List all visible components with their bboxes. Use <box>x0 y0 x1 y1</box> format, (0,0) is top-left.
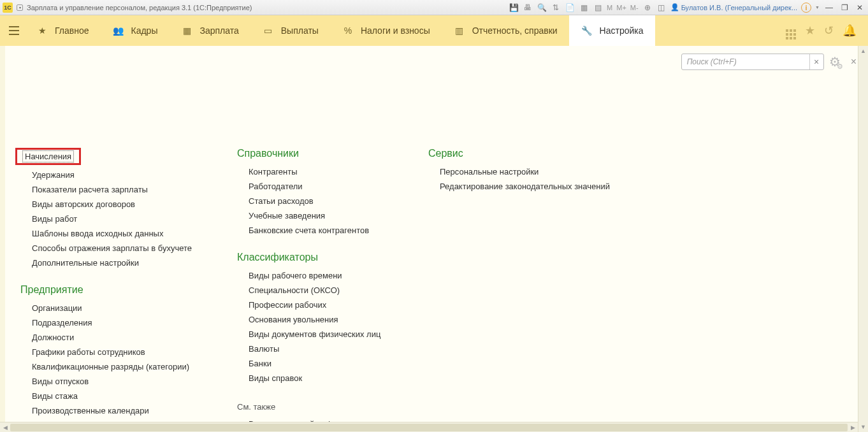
nav-link[interactable]: Графики работы сотрудников <box>32 347 145 357</box>
burger-menu-icon[interactable] <box>4 15 24 46</box>
titlebar-right: 💾 🖶 🔍 ⇅ 📄 ▦ ▤ M M+ M- ⊕ ◫ 👤 Булатов И.В.… <box>509 2 865 13</box>
nav-link[interactable]: Виды авторских договоров <box>32 199 135 209</box>
scroll-thumb-h[interactable] <box>10 424 848 431</box>
nav-link[interactable]: Удержания <box>32 170 75 180</box>
group-title-servis: Сервис <box>421 148 625 159</box>
search-input[interactable] <box>682 57 809 66</box>
menu-nastroika[interactable]: 🔧 Настройка <box>569 15 655 46</box>
scroll-left-button[interactable]: ◀ <box>0 422 10 432</box>
scroll-up-button[interactable]: ▲ <box>858 46 868 56</box>
search-clear-button[interactable]: × <box>809 54 823 69</box>
nav-link[interactable]: Дополнительные настройки <box>32 258 139 268</box>
menu-vyplaty[interactable]: ▭ Выплаты <box>250 15 330 46</box>
nav-link[interactable]: Должности <box>32 333 74 342</box>
close-panel-button[interactable]: × <box>851 56 857 68</box>
nav-link[interactable]: Учебные заведения <box>249 211 325 220</box>
menu-main[interactable]: ★ Главное <box>24 15 101 46</box>
minimize-button[interactable]: — <box>823 2 835 13</box>
group-title-predpriyatie: Предприятие <box>13 284 204 296</box>
nav-link[interactable]: Виды рабочего времени <box>249 271 342 280</box>
user-menu[interactable]: 👤 Булатов И.В. (Генеральный дирек... <box>670 3 797 11</box>
titlebar: 1C ▾ Зарплата и управление персоналом, р… <box>0 0 868 15</box>
menu-kadry[interactable]: 👥 Кадры <box>101 15 170 46</box>
gear-small-icon: ⚙ <box>837 62 843 71</box>
link-list-klassifikatory: Виды рабочего времениСпециальности (ОКСО… <box>229 271 395 383</box>
scroll-down-button[interactable]: ▼ <box>858 422 868 432</box>
zoom-icon[interactable]: ⊕ <box>642 3 653 13</box>
nav-link[interactable]: Виды справок <box>249 373 302 383</box>
panel-icon[interactable]: ◫ <box>656 3 667 13</box>
nav-link[interactable]: Способы отражения зарплаты в бухучете <box>32 243 192 253</box>
nav-link[interactable]: Основания увольнения <box>249 315 338 324</box>
nav-link[interactable]: Шаблоны ввода исходных данных <box>32 229 163 238</box>
nav-link[interactable]: Валюты <box>249 344 279 354</box>
memory-mplus[interactable]: M+ <box>616 4 626 11</box>
compare-icon[interactable]: ⇅ <box>551 3 561 13</box>
close-button[interactable]: ✕ <box>854 2 865 13</box>
print-icon[interactable]: 🖶 <box>523 3 533 13</box>
list-item: Должности <box>32 333 204 342</box>
nav-link[interactable]: Подразделения <box>32 318 92 328</box>
list-item: Производственные календари <box>32 406 204 415</box>
nav-link[interactable]: Квалификационные разряды (категории) <box>32 362 189 371</box>
nav-link[interactable]: Банковские счета контрагентов <box>249 226 369 235</box>
nav-link[interactable]: Банки <box>249 359 271 368</box>
menu-otchetnost[interactable]: ▥ Отчетность, справки <box>442 15 569 46</box>
nav-link[interactable]: Редактирование законодательных значений <box>440 182 610 191</box>
link-list-main: УдержанияПоказатели расчета зарплатыВиды… <box>13 170 204 268</box>
nav-link[interactable]: Показатели расчета зарплаты <box>32 185 148 194</box>
apps-grid-icon[interactable] <box>786 22 796 40</box>
link-nachisleniya[interactable]: Начисления <box>25 152 71 161</box>
bell-icon[interactable]: 🔔 <box>843 24 857 38</box>
calendar-icon[interactable]: ▦ <box>579 3 589 13</box>
list-item: Валюты <box>249 344 395 354</box>
info-icon[interactable]: i <box>801 3 811 13</box>
preview-icon[interactable]: 🔍 <box>537 3 547 13</box>
settings-columns: Начисления УдержанияПоказатели расчета з… <box>13 84 855 432</box>
search-box: × <box>681 54 824 70</box>
content-toolbar: × ⚙⚙ × <box>681 54 857 70</box>
favorite-star-icon[interactable]: ★ <box>805 24 815 38</box>
see-also-label: См. также <box>229 402 395 412</box>
menu-label: Налоги и взносы <box>361 25 430 36</box>
nav-link[interactable]: Контрагенты <box>249 167 298 176</box>
nav-link[interactable]: Виды работ <box>32 214 77 224</box>
nav-link[interactable]: Виды стажа <box>32 391 78 401</box>
titlebar-left: 1C ▾ Зарплата и управление персоналом, р… <box>3 3 509 13</box>
list-item: Банки <box>249 359 395 368</box>
list-item: Статьи расходов <box>249 196 395 206</box>
nav-link[interactable]: Виды документов физических лиц <box>249 329 380 339</box>
left-rail <box>0 46 5 422</box>
memory-mminus[interactable]: M- <box>630 4 639 11</box>
info-dropdown-icon[interactable]: ▼ <box>815 5 820 10</box>
history-icon[interactable]: ↺ <box>824 24 834 38</box>
restore-button[interactable]: ❐ <box>839 2 850 13</box>
highlighted-link-nachisleniya: Начисления <box>15 148 81 165</box>
nav-link[interactable]: Производственные календари <box>32 406 149 415</box>
nav-link[interactable]: Виды отпусков <box>32 377 89 386</box>
memory-m[interactable]: M <box>607 4 612 11</box>
menu-nalogi[interactable]: % Налоги и взносы <box>330 15 442 46</box>
nav-link[interactable]: Специальности (ОКСО) <box>249 285 340 295</box>
nav-link[interactable]: Организации <box>32 303 82 313</box>
wallet-icon: ▭ <box>262 24 275 37</box>
scroll-right-button[interactable]: ▶ <box>848 422 858 432</box>
percent-icon: % <box>342 24 354 37</box>
nav-link[interactable]: Профессии рабочих <box>249 300 326 310</box>
copy-icon[interactable]: 📄 <box>565 3 575 13</box>
save-icon[interactable]: 💾 <box>509 3 519 13</box>
scroll-track-h[interactable] <box>10 424 848 431</box>
nav-link[interactable]: Персональные настройки <box>440 167 539 176</box>
list-item: Шаблоны ввода исходных данных <box>32 229 204 238</box>
calculator-icon[interactable]: ▤ <box>593 3 603 13</box>
nav-link[interactable]: Работодатели <box>249 182 303 191</box>
link-list-servis: Персональные настройкиРедактирование зак… <box>421 167 625 191</box>
menu-right-tools: ★ ↺ 🔔 <box>786 15 868 46</box>
list-item: Основания увольнения <box>249 315 395 324</box>
settings-gear-icon[interactable]: ⚙⚙ <box>829 54 841 69</box>
menu-zarplata[interactable]: ▦ Зарплата <box>169 15 250 46</box>
column-2: Справочники КонтрагентыРаботодателиСтать… <box>229 84 395 432</box>
nav-link[interactable]: Статьи расходов <box>249 196 314 206</box>
menu-label: Зарплата <box>199 25 238 36</box>
system-menu-dropdown-icon[interactable]: ▾ <box>17 4 23 11</box>
